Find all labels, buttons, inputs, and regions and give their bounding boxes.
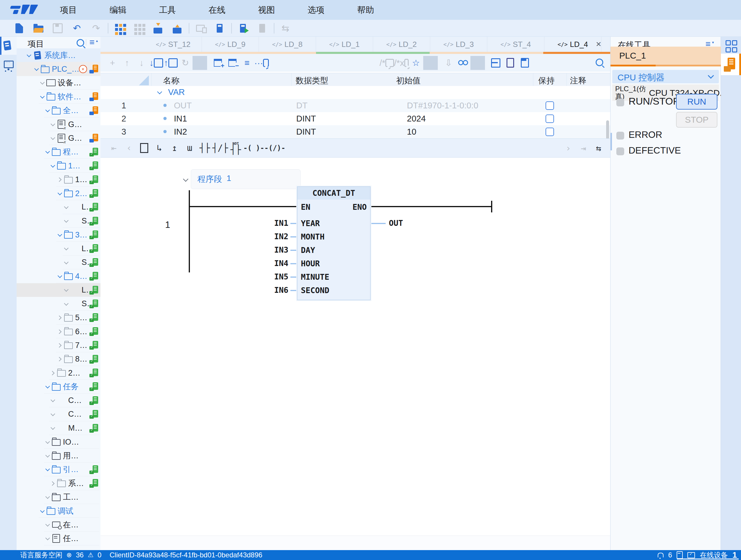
menu-item[interactable]: 编辑: [93, 0, 143, 20]
coil-icon[interactable]: -( )-: [243, 141, 264, 155]
contact-open-icon[interactable]: ┤├: [197, 141, 212, 155]
divider[interactable]: [189, 23, 189, 34]
menu-item[interactable]: 视图: [242, 0, 291, 20]
tree-row[interactable]: GVS一览表 ✕: [17, 117, 100, 131]
import-icon[interactable]: ↓: [149, 56, 163, 70]
comment-icon[interactable]: ···: [254, 56, 269, 70]
input-operand[interactable]: IN6: [259, 286, 288, 295]
editor-tab[interactable]: </> LD_9: [202, 37, 259, 52]
variable-type-cell[interactable]: DINT: [296, 114, 316, 124]
tree-row[interactable]: 任务 ✕: [17, 380, 100, 393]
variable-init-cell[interactable]: DT#1970-1-1-0:0:0: [407, 101, 478, 111]
error-icon[interactable]: ⊗: [66, 552, 72, 558]
chevron-icon[interactable]: [39, 93, 46, 101]
menu-item[interactable]: 工具: [143, 0, 192, 20]
refresh-icon[interactable]: ↻: [178, 56, 193, 70]
retain-checkbox[interactable]: [546, 102, 554, 110]
output-operand[interactable]: OUT: [389, 219, 403, 228]
swap-view-icon[interactable]: ⇆: [591, 141, 606, 155]
tree-row[interactable]: 程序单元 ✕: [17, 145, 100, 159]
close-tab-icon[interactable]: ✕: [596, 40, 602, 48]
variable-type-cell[interactable]: DT: [296, 101, 308, 111]
search-icon[interactable]: [596, 59, 603, 66]
search-icon[interactable]: [77, 39, 84, 47]
tree-row[interactable]: 1日期和时间函数 ✕: [17, 159, 100, 173]
cell-header-icon[interactable]: [518, 56, 532, 70]
chevron-icon[interactable]: [49, 369, 57, 377]
coil-negated-icon[interactable]: -(/)-: [264, 141, 285, 155]
chevron-icon[interactable]: [63, 300, 70, 308]
retain-checkbox[interactable]: [546, 115, 554, 123]
tree-row[interactable]: 设备组态 ✕: [17, 76, 100, 90]
tree-row[interactable]: 4日期和时间合并函... ✕: [17, 269, 100, 283]
network-config-icon[interactable]: [193, 21, 208, 35]
warning-icon[interactable]: ⚠: [88, 552, 93, 558]
tree-row[interactable]: LD_3 ✕: [17, 242, 100, 255]
next-network-icon[interactable]: ›: [561, 141, 576, 155]
run-button[interactable]: RUN: [676, 94, 718, 110]
tree-row[interactable]: 6时间拆分函数 ✕: [17, 325, 100, 338]
project-panel-icon[interactable]: [4, 41, 12, 51]
previous-network-icon[interactable]: ‹: [122, 141, 137, 155]
chevron-icon[interactable]: [44, 535, 52, 542]
tree-row[interactable]: Cycle_2<11> ✕: [17, 407, 100, 421]
input-operand[interactable]: IN5: [259, 272, 288, 281]
chevron-icon[interactable]: [49, 134, 57, 142]
variable-init-cell[interactable]: 10: [407, 127, 416, 137]
branch-down-icon[interactable]: ↳: [152, 141, 167, 155]
move-up-icon[interactable]: ↑: [120, 56, 134, 70]
tree-row[interactable]: MainTask<30> ✕: [17, 421, 100, 435]
chevron-down-icon[interactable]: [157, 89, 162, 95]
last-network-icon[interactable]: ⇥: [576, 141, 591, 155]
watch-icon[interactable]: [456, 56, 470, 70]
device-io-icon[interactable]: [212, 21, 227, 35]
chevron-icon[interactable]: [49, 121, 57, 128]
crossref-icon[interactable]: ⇆: [278, 21, 293, 35]
filter-icon[interactable]: [89, 39, 97, 47]
tree-row[interactable]: 1TOD时间合并函数 ✕: [17, 173, 100, 186]
tree-row[interactable]: PLC_1[T324-XP-CD-10] ✕: [17, 62, 100, 76]
chevron-icon[interactable]: [49, 480, 57, 487]
plc-tab[interactable]: PLC_1: [610, 47, 721, 65]
online-device-icon[interactable]: [687, 552, 695, 558]
divider[interactable]: [108, 23, 108, 34]
chevron-icon[interactable]: [56, 355, 64, 363]
vertical-scrollbar[interactable]: [606, 87, 609, 138]
upload-from-plc-icon[interactable]: [170, 21, 185, 35]
chevron-icon[interactable]: [56, 314, 64, 321]
tree-row[interactable]: 2系统与诊断函数 ✕: [17, 366, 100, 380]
chevron-icon[interactable]: [49, 162, 57, 170]
tree-row[interactable]: 在线诊断 ✕: [17, 518, 100, 532]
chevron-icon[interactable]: [63, 203, 70, 211]
variable-row[interactable]: 1 OUT DT DT#1970-1-1-0:0:0: [100, 99, 610, 112]
variable-row[interactable]: 3 IN2 DINT 10: [100, 125, 610, 138]
branch-close-icon[interactable]: ↥: [167, 141, 182, 155]
chevron-icon[interactable]: [49, 396, 57, 404]
tree-row[interactable]: ST_3 ✕: [17, 255, 100, 269]
chevron-icon[interactable]: [56, 328, 64, 335]
tree-row[interactable]: IO映射表 ✕: [17, 435, 100, 449]
tree-row[interactable]: 5日期拆分函数 ✕: [17, 311, 100, 324]
variable-row[interactable]: 2 IN1 DINT 2024: [100, 112, 610, 125]
insert-rung-icon[interactable]: ɯ: [182, 141, 197, 155]
chevron-icon[interactable]: [44, 521, 52, 528]
editor-tab[interactable]: </> LD_4: [544, 37, 602, 52]
tree-row[interactable]: ST_2 ✕: [17, 214, 100, 228]
row-display-icon[interactable]: ≡: [240, 56, 254, 70]
redo-icon[interactable]: ↷: [88, 21, 104, 35]
contact-not-icon[interactable]: NOT ┤├: [228, 141, 243, 155]
chevron-icon[interactable]: [49, 411, 57, 418]
chevron-icon[interactable]: [56, 341, 64, 349]
input-operand[interactable]: IN3: [259, 245, 288, 254]
editor-tab[interactable]: </> LD_2: [373, 37, 430, 52]
chevron-icon[interactable]: [63, 286, 70, 294]
divider[interactable]: [423, 56, 438, 70]
download-to-plc-icon[interactable]: [150, 21, 165, 35]
chevron-icon[interactable]: [63, 259, 70, 266]
tree-row[interactable]: 工艺控制 ✕: [17, 490, 100, 504]
network-segment-header[interactable]: 程序段 1: [191, 169, 300, 189]
insert-row-icon[interactable]: [211, 56, 225, 70]
tree-row[interactable]: 用户数据类型 ✕: [17, 449, 100, 462]
tree-row[interactable]: ST_4 ✕: [17, 297, 100, 311]
undo-icon[interactable]: ↶: [69, 21, 84, 35]
